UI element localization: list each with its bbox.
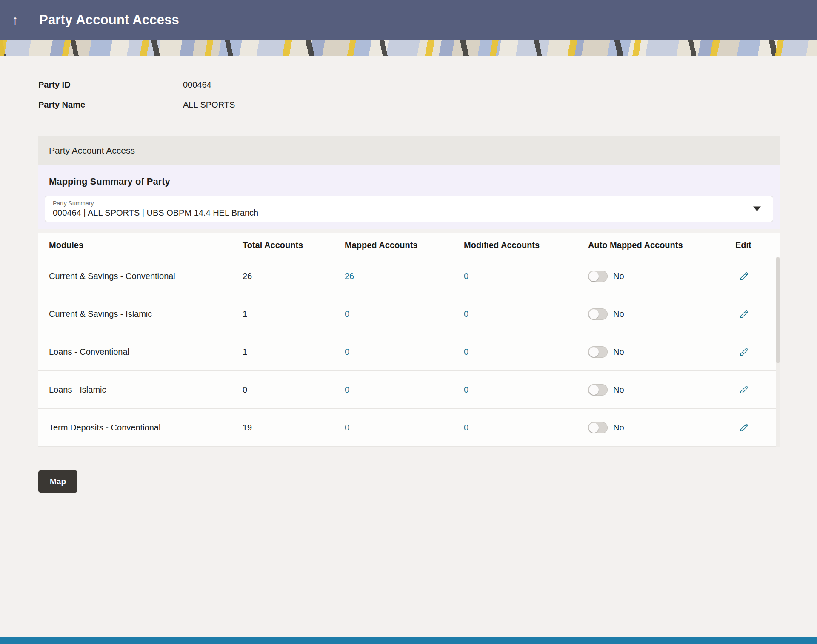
- toggle-knob: [589, 309, 599, 319]
- edit-cell: [735, 309, 780, 319]
- module-name: Term Deposits - Conventional: [49, 423, 243, 433]
- module-name: Loans - Islamic: [49, 385, 243, 395]
- modules-table: Modules Total Accounts Mapped Accounts M…: [38, 233, 780, 447]
- up-arrow-icon[interactable]: ↑: [12, 13, 29, 27]
- bottom-accent-bar: [0, 637, 817, 644]
- pencil-icon: [740, 309, 749, 319]
- modified-accounts-link[interactable]: 0: [464, 423, 588, 433]
- edit-button[interactable]: [740, 423, 749, 432]
- col-header-auto-mapped-accounts: Auto Mapped Accounts: [588, 240, 735, 250]
- toggle-knob: [589, 347, 599, 357]
- table-row: Loans - Conventional 1 0 0 No: [38, 333, 780, 371]
- edit-cell: [735, 423, 780, 432]
- toggle-knob: [589, 385, 599, 395]
- table-header-row: Modules Total Accounts Mapped Accounts M…: [38, 233, 780, 257]
- total-accounts-value: 1: [243, 309, 345, 319]
- auto-mapped-state-label: No: [613, 271, 624, 281]
- auto-mapped-state-label: No: [613, 423, 624, 433]
- table-row: Loans - Islamic 0 0 0 No: [38, 371, 780, 409]
- pencil-icon: [740, 347, 749, 356]
- total-accounts-value: 1: [243, 347, 345, 357]
- party-id-value: 000464: [183, 80, 211, 90]
- table-scrollbar-track: [776, 257, 780, 447]
- col-header-mapped-accounts: Mapped Accounts: [345, 240, 464, 250]
- mapped-accounts-link[interactable]: 0: [345, 309, 464, 319]
- total-accounts-value: 0: [243, 385, 345, 395]
- auto-mapped-cell: No: [588, 346, 735, 358]
- edit-cell: [735, 271, 780, 281]
- page-title: Party Account Access: [39, 12, 179, 28]
- edit-cell: [735, 385, 780, 394]
- party-account-access-panel: Party Account Access Mapping Summary of …: [38, 136, 780, 447]
- party-id-row: Party ID 000464: [38, 80, 817, 90]
- decorative-collage-strip: [0, 40, 817, 56]
- map-button[interactable]: Map: [38, 470, 77, 493]
- party-name-value: ALL SPORTS: [183, 100, 235, 110]
- party-name-label: Party Name: [38, 100, 183, 110]
- edit-button[interactable]: [740, 385, 749, 394]
- party-summary-dropdown[interactable]: Party Summary 000464 | ALL SPORTS | UBS …: [45, 196, 773, 222]
- auto-mapped-state-label: No: [613, 347, 624, 357]
- table-row: Term Deposits - Conventional 19 0 0 No: [38, 409, 780, 447]
- party-summary-value: 000464 | ALL SPORTS | UBS OBPM 14.4 HEL …: [53, 208, 747, 218]
- chevron-down-icon[interactable]: [753, 207, 761, 211]
- toggle-knob: [589, 271, 599, 281]
- auto-mapped-toggle[interactable]: [588, 308, 608, 320]
- mapped-accounts-link[interactable]: 0: [345, 385, 464, 395]
- col-header-total-accounts: Total Accounts: [243, 240, 345, 250]
- mapping-summary-title: Mapping Summary of Party: [49, 176, 773, 187]
- auto-mapped-cell: No: [588, 422, 735, 433]
- pencil-icon: [740, 385, 749, 394]
- total-accounts-value: 19: [243, 423, 345, 433]
- edit-button[interactable]: [740, 347, 749, 356]
- auto-mapped-state-label: No: [613, 385, 624, 395]
- modified-accounts-link[interactable]: 0: [464, 271, 588, 281]
- party-info-section: Party ID 000464 Party Name ALL SPORTS: [38, 80, 817, 110]
- table-row: Current & Savings - Conventional 26 26 0…: [38, 257, 780, 295]
- auto-mapped-cell: No: [588, 384, 735, 396]
- auto-mapped-toggle[interactable]: [588, 384, 608, 396]
- col-header-edit: Edit: [735, 240, 780, 250]
- auto-mapped-cell: No: [588, 308, 735, 320]
- pencil-icon: [740, 271, 749, 281]
- toggle-knob: [589, 423, 599, 433]
- edit-button[interactable]: [740, 271, 749, 281]
- modified-accounts-link[interactable]: 0: [464, 385, 588, 395]
- auto-mapped-toggle[interactable]: [588, 422, 608, 433]
- party-summary-label: Party Summary: [53, 200, 747, 207]
- panel-title: Party Account Access: [38, 136, 780, 165]
- auto-mapped-cell: No: [588, 271, 735, 282]
- table-row: Current & Savings - Islamic 1 0 0 No: [38, 295, 780, 333]
- mapped-accounts-link[interactable]: 26: [345, 271, 464, 281]
- col-header-modules: Modules: [49, 240, 243, 250]
- col-header-modified-accounts: Modified Accounts: [464, 240, 588, 250]
- mapped-accounts-link[interactable]: 0: [345, 347, 464, 357]
- auto-mapped-toggle[interactable]: [588, 271, 608, 282]
- mapping-summary-section: Mapping Summary of Party Party Summary 0…: [38, 165, 780, 229]
- app-header: ↑ Party Account Access: [0, 0, 817, 40]
- modified-accounts-link[interactable]: 0: [464, 309, 588, 319]
- party-name-row: Party Name ALL SPORTS: [38, 100, 817, 110]
- module-name: Current & Savings - Conventional: [49, 271, 243, 281]
- pencil-icon: [740, 423, 749, 432]
- table-scrollbar-thumb[interactable]: [776, 257, 780, 363]
- party-id-label: Party ID: [38, 80, 183, 90]
- module-name: Current & Savings - Islamic: [49, 309, 243, 319]
- total-accounts-value: 26: [243, 271, 345, 281]
- edit-button[interactable]: [740, 309, 749, 319]
- module-name: Loans - Conventional: [49, 347, 243, 357]
- edit-cell: [735, 347, 780, 356]
- mapped-accounts-link[interactable]: 0: [345, 423, 464, 433]
- auto-mapped-toggle[interactable]: [588, 346, 608, 358]
- auto-mapped-state-label: No: [613, 309, 624, 319]
- modified-accounts-link[interactable]: 0: [464, 347, 588, 357]
